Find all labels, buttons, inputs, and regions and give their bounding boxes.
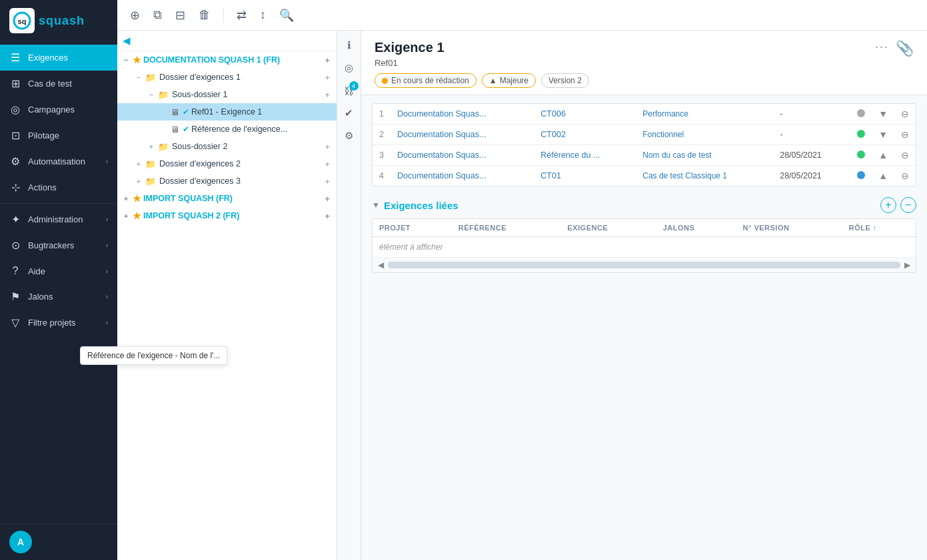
toolbar-minus-icon[interactable]: ⊟ bbox=[172, 5, 189, 25]
sidebar-item-actions[interactable]: ⊹ Actions bbox=[0, 174, 117, 200]
tree-toggle[interactable]: − bbox=[121, 56, 131, 64]
related-col-role[interactable]: RÔLE ↑ bbox=[842, 219, 916, 237]
remove-icon[interactable]: ⊖ bbox=[901, 170, 909, 181]
row-chevron[interactable]: ▲ bbox=[872, 145, 894, 166]
toolbar-delete-icon[interactable]: 🗑 bbox=[195, 5, 214, 25]
toolbar-swap-icon[interactable]: ⇄ bbox=[233, 5, 250, 25]
nav-arrow-bugtrackers: › bbox=[106, 242, 108, 249]
tree-toggle[interactable]: + bbox=[134, 177, 143, 185]
related-col-n_version[interactable]: N° VERSION bbox=[736, 219, 842, 237]
chevron-icon[interactable]: ▼ bbox=[878, 109, 888, 119]
row-remove[interactable]: ⊖ bbox=[894, 145, 916, 166]
tree-item-root1[interactable]: − ★ DOCUMENTATION SQUASH 1 (FR) + bbox=[117, 51, 337, 69]
remove-icon[interactable]: ⊖ bbox=[901, 129, 909, 140]
tree-add-btn[interactable]: + bbox=[322, 55, 333, 65]
scroll-left-btn[interactable]: ◀ bbox=[377, 260, 385, 270]
remove-icon[interactable]: ⊖ bbox=[901, 150, 909, 160]
row-chevron[interactable]: ▼ bbox=[872, 125, 894, 145]
chevron-icon[interactable]: ▼ bbox=[878, 129, 888, 140]
row-status-dot bbox=[857, 130, 865, 138]
chevron-icon[interactable]: ▲ bbox=[878, 150, 888, 160]
sidebar-item-exigences[interactable]: ☰ Exigences bbox=[0, 45, 117, 71]
sidebar-item-bugtrackers[interactable]: ⊙ Bugtrackers › bbox=[0, 232, 117, 258]
tree-toggle[interactable]: + bbox=[121, 212, 131, 220]
nav-icon-cas-de-test: ⊞ bbox=[9, 77, 21, 90]
tree-item-req1[interactable]: 🖥 ✔ Ref01 - Exigence 1 bbox=[117, 103, 337, 121]
status-badge[interactable]: En cours de rédaction bbox=[375, 73, 476, 88]
tree-item-subfolder1[interactable]: − 📁 Sous-dossier 1 + bbox=[117, 86, 337, 103]
sidebar-item-cas-de-test[interactable]: ⊞ Cas de test bbox=[0, 71, 117, 97]
tree-item-folder1[interactable]: − 📁 Dossier d'exigences 1 + bbox=[117, 69, 337, 86]
tree-add-btn[interactable]: + bbox=[322, 194, 333, 204]
sidebar-item-filtre-projets[interactable]: ▽ Filtre projets › bbox=[0, 310, 117, 336]
toolbar-search-icon[interactable]: 🔍 bbox=[276, 5, 297, 25]
side-icon-settings[interactable]: ⚙ bbox=[340, 127, 359, 145]
nav-arrow-filtre-projets: › bbox=[106, 319, 108, 326]
row-num: 3 bbox=[373, 145, 391, 166]
tree-add-btn[interactable]: + bbox=[322, 90, 333, 100]
toolbar-sort-icon[interactable]: ↕ bbox=[257, 5, 269, 25]
chevron-icon[interactable]: ▲ bbox=[878, 170, 888, 181]
side-icon-verify[interactable]: ✔ bbox=[340, 104, 359, 123]
row-project: Documentation Squas... bbox=[391, 104, 534, 125]
toolbar-copy-icon[interactable]: ⧉ bbox=[150, 5, 165, 25]
row-name[interactable]: Cas de test Classique 1 bbox=[636, 166, 773, 186]
remove-icon[interactable]: ⊖ bbox=[901, 109, 909, 119]
row-project: Documentation Squas... bbox=[391, 125, 534, 145]
side-icon-link[interactable]: ⛓4 bbox=[340, 81, 359, 100]
tree-toggle[interactable]: + bbox=[134, 160, 143, 168]
more-options-icon[interactable]: ··· bbox=[875, 40, 889, 57]
tree-add-btn[interactable]: + bbox=[322, 176, 333, 186]
tree-toggle[interactable]: − bbox=[147, 91, 156, 99]
tree-item-folder2[interactable]: + 📁 Dossier d'exigences 2 + bbox=[117, 155, 337, 172]
related-add-btn[interactable]: + bbox=[880, 197, 896, 213]
tree-panel: ◀ − ★ DOCUMENTATION SQUASH 1 (FR) + − 📁 … bbox=[117, 31, 337, 560]
version-badge[interactable]: Version 2 bbox=[541, 73, 589, 88]
side-icons-panel: ℹ◎⛓4✔⚙ bbox=[337, 31, 361, 560]
sidebar-item-automatisation[interactable]: ⚙ Automatisation › bbox=[0, 148, 117, 174]
coverage-table: 1 Documentation Squas... CT006 Performan… bbox=[373, 104, 916, 186]
related-remove-btn[interactable]: − bbox=[900, 197, 916, 213]
related-collapse-icon[interactable]: ▼ bbox=[372, 200, 380, 210]
side-icon-target[interactable]: ◎ bbox=[340, 59, 359, 77]
tree-toggle[interactable]: + bbox=[147, 142, 156, 150]
tree-item-root3[interactable]: + ★ IMPORT SQUASH 2 (FR) + bbox=[117, 207, 337, 224]
row-name[interactable]: Performance bbox=[636, 104, 773, 125]
tree-item-root2[interactable]: + ★ IMPORT SQUASH (FR) + bbox=[117, 190, 337, 207]
nav-label-jalons: Jalons bbox=[28, 292, 99, 302]
tree-toggle[interactable]: + bbox=[121, 194, 131, 202]
attachment-icon[interactable]: 📎 bbox=[896, 40, 914, 57]
sidebar-item-pilotage[interactable]: ⊡ Pilotage bbox=[0, 123, 117, 148]
tree-collapse-btn[interactable]: ◀ bbox=[123, 35, 131, 47]
related-col-projet[interactable]: PROJET bbox=[373, 219, 452, 237]
tree-item-subfolder2[interactable]: + 📁 Sous-dossier 2 + bbox=[117, 138, 337, 155]
sidebar-item-campagnes[interactable]: ◎ Campagnes bbox=[0, 97, 117, 123]
sidebar-item-jalons[interactable]: ⚑ Jalons › bbox=[0, 284, 117, 310]
sidebar-item-administration[interactable]: ✦ Administration › bbox=[0, 206, 117, 232]
related-col-reference[interactable]: RÉFÉRENCE bbox=[452, 219, 561, 237]
tree-add-btn[interactable]: + bbox=[322, 142, 333, 152]
toolbar-add-icon[interactable]: ⊕ bbox=[127, 5, 143, 25]
tree-item-folder3[interactable]: + 📁 Dossier d'exigences 3 + bbox=[117, 172, 337, 190]
sidebar-item-aide[interactable]: ? Aide › bbox=[0, 258, 117, 284]
folder-icon: 📁 bbox=[145, 159, 156, 169]
row-chevron[interactable]: ▼ bbox=[872, 104, 894, 125]
tree-toggle[interactable]: − bbox=[134, 73, 143, 81]
row-remove[interactable]: ⊖ bbox=[894, 166, 916, 186]
row-remove[interactable]: ⊖ bbox=[894, 104, 916, 125]
row-name[interactable]: Nom du cas de test bbox=[636, 145, 773, 166]
side-icon-info[interactable]: ℹ bbox=[340, 36, 359, 55]
tree-add-btn[interactable]: + bbox=[322, 159, 333, 169]
user-avatar[interactable]: A bbox=[9, 531, 32, 553]
related-col-jalons[interactable]: JALONS bbox=[656, 219, 736, 237]
priority-badge[interactable]: ▲ Majeure bbox=[482, 73, 536, 88]
row-name[interactable]: Fonctionnel bbox=[636, 125, 773, 145]
tree-add-btn[interactable]: + bbox=[322, 211, 333, 221]
row-status bbox=[850, 145, 872, 166]
tree-item-req2[interactable]: 🖥 ✔ Référence de l'exigence... bbox=[117, 121, 337, 138]
scroll-right-btn[interactable]: ▶ bbox=[903, 260, 912, 270]
row-remove[interactable]: ⊖ bbox=[894, 125, 916, 145]
row-chevron[interactable]: ▲ bbox=[872, 166, 894, 186]
related-col-exigence[interactable]: EXIGENCE bbox=[560, 219, 656, 237]
tree-add-btn[interactable]: + bbox=[322, 73, 333, 83]
